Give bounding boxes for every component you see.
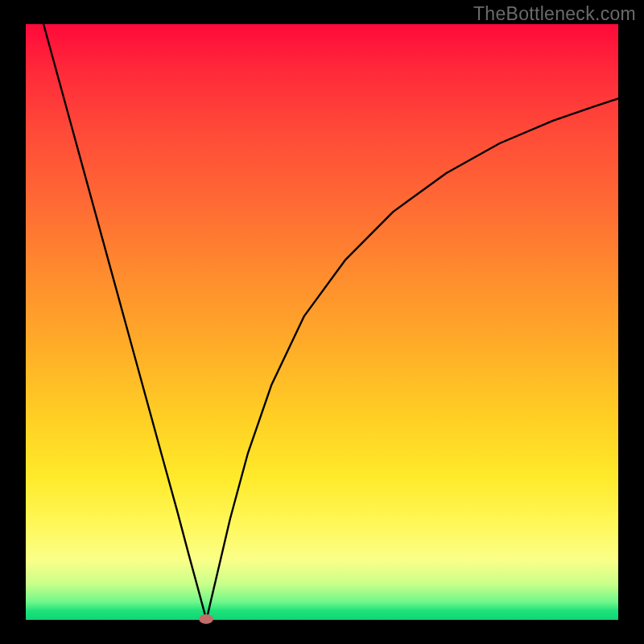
minimum-marker <box>199 614 213 624</box>
plot-area <box>26 24 618 620</box>
curve-svg <box>26 24 618 620</box>
bottleneck-curve <box>43 24 618 620</box>
chart-frame: TheBottleneck.com <box>0 0 644 644</box>
watermark-text: TheBottleneck.com <box>473 3 636 25</box>
